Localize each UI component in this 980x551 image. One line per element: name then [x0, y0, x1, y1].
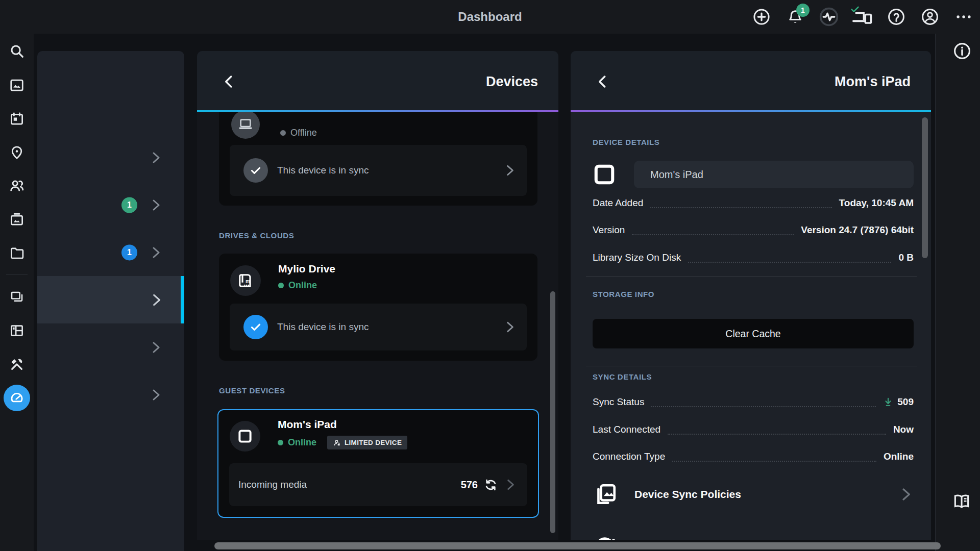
device-sync-policies-label: Device Sync Policies	[634, 488, 898, 500]
back-button[interactable]	[595, 74, 610, 89]
sync-check-circle	[243, 315, 268, 339]
selection-accent-bar	[181, 276, 184, 323]
device-status: Online	[278, 280, 317, 291]
albums-icon[interactable]	[9, 212, 24, 227]
device-card-mylio-drive[interactable]: Mylio Drive Online This device is in syn…	[219, 254, 537, 361]
sync-status-row[interactable]: This device is in sync	[230, 304, 527, 350]
refresh-icon[interactable]	[484, 478, 498, 492]
more-menu-button[interactable]	[952, 6, 975, 28]
help-button[interactable]	[885, 6, 908, 28]
detail-label: Version	[593, 224, 625, 236]
device-name-input[interactable]	[634, 161, 914, 188]
back-button[interactable]	[222, 74, 237, 89]
dotted-leader	[672, 461, 876, 462]
tree-row[interactable]: 1	[37, 181, 184, 229]
people-icon[interactable]	[9, 178, 25, 194]
tree-row[interactable]: 1	[37, 229, 184, 276]
top-bar: Dashboard 1	[0, 0, 980, 34]
calendar-icon[interactable]	[9, 111, 24, 127]
online-dot-icon	[278, 283, 284, 288]
left-nav-rail	[0, 34, 34, 551]
map-icon[interactable]	[9, 145, 24, 160]
device-name: Mylio Drive	[278, 263, 335, 275]
guest-section-label: GUEST DEVICES	[219, 386, 285, 395]
detail-label: Sync Status	[593, 396, 644, 408]
incoming-media-count: 576	[461, 479, 478, 491]
devices-panel: Devices Offline This device is in sync	[197, 51, 558, 540]
tree-row[interactable]	[37, 134, 184, 181]
dotted-leader	[650, 207, 831, 208]
offline-dot-icon	[280, 130, 286, 136]
photos-icon[interactable]	[9, 78, 24, 93]
person-icon	[921, 8, 939, 26]
device-card-offline[interactable]: Offline This device is in sync	[219, 112, 537, 206]
library-tree-panel: 1 1	[37, 51, 184, 551]
book-icon	[952, 492, 971, 511]
duplicates-icon[interactable]	[9, 290, 24, 305]
ellipsis-icon	[955, 9, 972, 24]
devices-panel-header: Devices	[197, 51, 558, 112]
device-sync-policies-row[interactable]: Device Sync Policies	[593, 475, 914, 513]
folders-icon[interactable]	[9, 245, 24, 261]
horizontal-scrollbar[interactable]	[214, 542, 941, 549]
account-button[interactable]	[919, 6, 941, 28]
sync-check-circle	[243, 158, 268, 183]
incoming-media-row[interactable]: Incoming media 576	[229, 463, 527, 506]
tree-row[interactable]	[37, 371, 184, 418]
notifications-button[interactable]: 1	[784, 6, 806, 28]
dotted-leader	[668, 434, 886, 435]
detail-label: Library Size On Disk	[593, 252, 681, 263]
dashboard-active-button[interactable]	[4, 385, 30, 411]
add-button[interactable]	[750, 6, 773, 28]
detail-label: Date Added	[593, 197, 643, 209]
layout-icon[interactable]	[9, 323, 24, 338]
tools-icon[interactable]	[9, 357, 24, 372]
tablet-icon	[591, 161, 618, 188]
info-button[interactable]	[953, 42, 971, 60]
person-lock-icon	[333, 439, 341, 447]
device-name: Mom's iPad	[278, 418, 337, 431]
status-label: Online	[288, 280, 317, 291]
laptop-icon	[237, 116, 254, 133]
tablet-icon	[236, 428, 254, 445]
clipped-row[interactable]: Share Media	[593, 528, 914, 540]
dotted-leader	[651, 406, 876, 407]
incoming-media-label: Incoming media	[238, 479, 461, 490]
tree-row-selected[interactable]	[37, 276, 184, 323]
sync-clock-icon	[593, 535, 617, 540]
tree-row[interactable]	[37, 323, 184, 371]
sync-status-row[interactable]: This device is in sync	[230, 145, 527, 196]
info-icon	[953, 42, 971, 60]
chevron-right-icon	[149, 388, 163, 402]
chevron-right-icon	[149, 151, 163, 164]
clear-cache-button[interactable]: Clear Cache	[593, 319, 914, 348]
detail-value: Version 24.7 (7876) 64bit	[801, 224, 914, 236]
sync-detail-row: Last Connected Now	[593, 419, 914, 440]
detail-value: 0 B	[898, 252, 914, 263]
detail-value: 509	[883, 396, 914, 408]
reference-guide-button[interactable]	[952, 492, 971, 511]
chevron-right-icon	[503, 164, 517, 177]
search-icon[interactable]	[9, 43, 24, 59]
devices-panel-title: Devices	[486, 74, 538, 90]
detail-scrollbar[interactable]	[922, 117, 928, 258]
detail-row: Date Added Today, 10:45 AM	[593, 193, 914, 213]
gauge-icon	[9, 390, 24, 406]
detail-value: Online	[884, 451, 914, 462]
right-edge-strip	[935, 34, 980, 551]
device-details-label: DEVICE DETAILS	[593, 138, 659, 146]
detail-row: Version Version 24.7 (7876) 64bit	[593, 220, 914, 240]
photos-stack-icon	[593, 482, 618, 507]
section-divider	[586, 366, 917, 366]
devices-sync-button[interactable]	[851, 6, 874, 28]
devices-scrollbar[interactable]	[550, 291, 555, 533]
download-arrow-icon	[883, 397, 893, 407]
device-detail-panel: Mom's iPad DEVICE DETAILS Date Added Tod…	[571, 51, 931, 540]
sync-count: 509	[897, 396, 914, 408]
drive-avatar	[230, 265, 261, 296]
section-divider	[586, 276, 917, 277]
device-card-moms-ipad-selected[interactable]: Mom's iPad Online LIMITED DEVICE Incomin…	[217, 409, 539, 518]
detail-row: Library Size On Disk 0 B	[593, 247, 914, 268]
device-status: Offline	[280, 128, 317, 138]
activity-button[interactable]	[818, 6, 840, 28]
